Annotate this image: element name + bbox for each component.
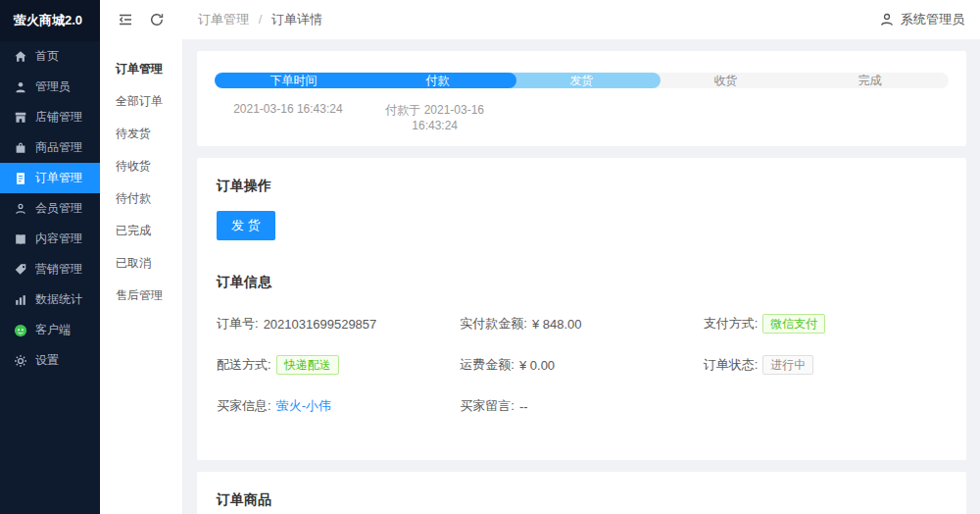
operation-title: 订单操作 [217, 178, 947, 195]
order-products-card: 订单商品 商品信息 商品编码 重量(Kg) 单价 购买数量 商品总价 [197, 472, 966, 514]
breadcrumb-parent[interactable]: 订单管理 [198, 12, 249, 26]
field-shipping-fee: 运费金额: ¥ 0.00 [460, 354, 703, 376]
app-window: 萤火商城2.0 首页 管理员 店铺管理 商品管理 订单管理 会员管理 内容管理 [0, 0, 980, 514]
sidebar-item-label: 设置 [35, 352, 59, 369]
sidebar-item-client[interactable]: 客户端 [0, 315, 100, 345]
field-payment-method: 支付方式: 微信支付 [704, 313, 947, 334]
field-order-status: 订单状态: 进行中 [704, 354, 947, 376]
submenu-item-aftersale[interactable]: 售后管理 [100, 282, 182, 310]
sidebar-item-settings[interactable]: 设置 [0, 345, 100, 376]
sidebar-item-label: 首页 [35, 48, 59, 65]
order-progress-card: 下单时间 付款 发货 收货 完成 2021-03-16 16:43:24 付款于… [197, 51, 966, 146]
sidebar-item-label: 营销管理 [35, 261, 82, 278]
submenu-item-to-pay[interactable]: 待付款 [100, 184, 182, 213]
ship-button[interactable]: 发 货 [217, 211, 275, 240]
field-delivery-method: 配送方式: 快递配送 [217, 354, 460, 376]
shop-icon [14, 111, 27, 125]
step-complete: 完成 [791, 73, 949, 88]
home-icon [14, 50, 27, 64]
secondary-sidebar: 订单管理 全部订单 待发货 待收货 待付款 已完成 已取消 售后管理 [100, 39, 183, 514]
user-name: 系统管理员 [901, 11, 964, 28]
submenu-item-to-receive[interactable]: 待收货 [100, 152, 182, 180]
client-icon [14, 324, 27, 337]
sidebar-item-label: 数据统计 [35, 291, 82, 308]
field-buyer-message: 买家留言: -- [460, 395, 703, 417]
order-icon [14, 172, 27, 185]
step-note-paid: 付款于 2021-03-16 16:43:24 [362, 102, 509, 132]
primary-sidebar: 萤火商城2.0 首页 管理员 店铺管理 商品管理 订单管理 会员管理 内容管理 [0, 0, 100, 514]
order-info-title: 订单信息 [217, 274, 947, 291]
settings-icon [14, 354, 27, 368]
breadcrumb-current: 订单详情 [271, 12, 322, 26]
step-note-ordered: 2021-03-16 16:43:24 [215, 102, 362, 132]
sidebar-item-stats[interactable]: 数据统计 [0, 284, 100, 315]
sidebar-item-label: 内容管理 [35, 231, 82, 247]
sidebar-item-shop[interactable]: 店铺管理 [0, 102, 100, 132]
sidebar-item-label: 会员管理 [35, 200, 82, 217]
sidebar-item-marketing[interactable]: 营销管理 [0, 254, 100, 284]
submenu-item-all[interactable]: 全部订单 [100, 87, 182, 116]
submenu-item-to-ship[interactable]: 待发货 [100, 120, 182, 148]
sidebar-item-admin[interactable]: 管理员 [0, 72, 100, 102]
stats-icon [14, 293, 27, 307]
breadcrumb-separator: / [259, 12, 263, 26]
app-logo: 萤火商城2.0 [0, 0, 100, 41]
main-content: 下单时间 付款 发货 收货 完成 2021-03-16 16:43:24 付款于… [183, 39, 980, 514]
products-title: 订单商品 [217, 491, 947, 509]
sidebar-item-content[interactable]: 内容管理 [0, 224, 100, 254]
sidebar-item-label: 商品管理 [35, 139, 82, 156]
sidebar-item-members[interactable]: 会员管理 [0, 193, 100, 224]
goods-icon [14, 141, 27, 155]
submenu-item-completed[interactable]: 已完成 [100, 217, 182, 245]
breadcrumb: 订单管理 / 订单详情 [198, 11, 322, 28]
step-ordered: 下单时间 [215, 73, 372, 88]
payment-method-tag: 微信支付 [762, 314, 825, 334]
sidebar-item-label: 订单管理 [35, 170, 82, 186]
user-menu[interactable]: 系统管理员 [879, 11, 964, 28]
field-order-no: 订单号: 2021031699529857 [217, 313, 460, 334]
order-no-value: 2021031699529857 [264, 317, 377, 332]
sidebar-item-label: 管理员 [35, 78, 71, 95]
menu-fold-icon[interactable] [118, 12, 133, 27]
sidebar-item-label: 店铺管理 [35, 109, 82, 126]
sidebar-item-goods[interactable]: 商品管理 [0, 132, 100, 163]
submenu-item-cancelled[interactable]: 已取消 [100, 249, 182, 278]
sidebar-item-label: 客户端 [35, 322, 71, 338]
sidebar-item-orders[interactable]: 订单管理 [0, 163, 100, 193]
field-paid-amount: 实付款金额: ¥ 848.00 [460, 313, 703, 334]
buyer-link[interactable]: 萤火-小伟 [276, 397, 331, 415]
submenu-title: 订单管理 [100, 55, 182, 83]
member-icon [14, 202, 27, 216]
sidebar-item-home[interactable]: 首页 [0, 41, 100, 72]
refresh-icon[interactable] [149, 12, 165, 27]
top-header: 订单管理 / 订单详情 系统管理员 [100, 0, 980, 39]
delivery-method-tag: 快递配送 [276, 355, 339, 375]
step-paid: 付款 [359, 73, 516, 88]
marketing-icon [14, 263, 27, 277]
order-steps: 下单时间 付款 发货 收货 完成 [215, 73, 949, 88]
step-shipping: 发货 [503, 73, 661, 88]
order-status-tag: 进行中 [762, 355, 813, 375]
order-info-grid: 订单号: 2021031699529857 配送方式: 快递配送 买家信息: 萤… [217, 313, 947, 437]
user-icon [879, 12, 895, 27]
admin-icon [14, 80, 27, 94]
field-buyer-info: 买家信息: 萤火-小伟 [217, 395, 460, 417]
order-detail-card: 订单操作 发 货 订单信息 订单号: 2021031699529857 配送方式… [197, 158, 966, 460]
content-icon [14, 232, 27, 246]
step-receiving: 收货 [647, 73, 805, 88]
